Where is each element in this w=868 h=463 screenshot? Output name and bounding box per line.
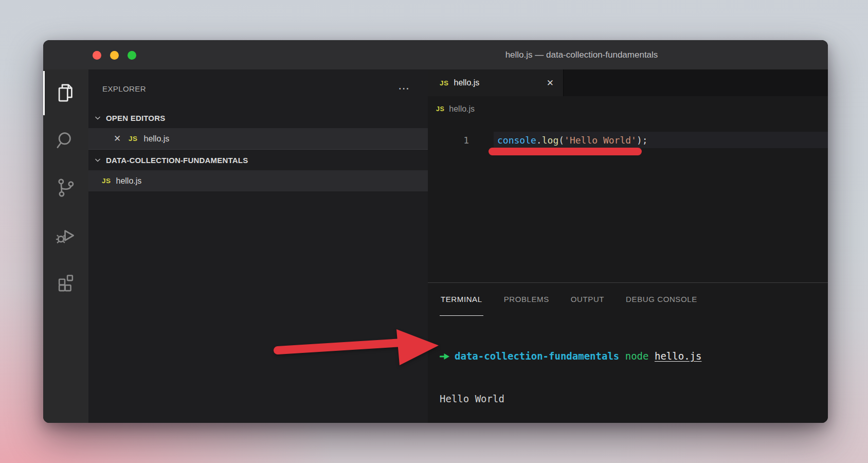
javascript-file-icon: JS xyxy=(102,177,111,185)
chevron-down-icon xyxy=(94,156,102,164)
panel-tab-terminal[interactable]: TERMINAL xyxy=(440,283,483,316)
open-editor-item-hello-js[interactable]: ✕ JS hello.js xyxy=(88,128,428,149)
tab-label: hello.js xyxy=(454,78,480,87)
command-text: node xyxy=(619,349,655,364)
terminal-content[interactable]: data-collection-fundamentals node hello.… xyxy=(428,316,828,423)
command-argument: hello.js xyxy=(655,349,702,364)
javascript-file-icon: JS xyxy=(440,79,449,87)
activity-bar xyxy=(43,69,88,423)
window-title: hello.js — data-collection-fundamentals xyxy=(505,50,658,60)
token-close: ); xyxy=(637,135,648,146)
files-icon xyxy=(55,82,77,104)
run-debug-icon xyxy=(55,224,77,246)
panel-tab-bar: TERMINAL PROBLEMS OUTPUT DEBUG CONSOLE xyxy=(428,283,828,316)
sidebar-item-extensions[interactable] xyxy=(43,259,88,306)
vscode-window: hello.js — data-collection-fundamentals xyxy=(43,40,828,423)
token-string: 'Hello World' xyxy=(564,135,637,146)
traffic-lights xyxy=(93,51,136,60)
explorer-sidebar: EXPLORER ⋯ OPEN EDITORS ✕ JS hello.js DA… xyxy=(88,69,428,423)
search-icon xyxy=(55,129,77,152)
tree-item-hello-js[interactable]: JS hello.js xyxy=(88,170,428,191)
close-editor-icon[interactable]: ✕ xyxy=(112,133,122,144)
sidebar-item-search[interactable] xyxy=(43,117,88,164)
zoom-window-button[interactable] xyxy=(128,51,136,60)
terminal-line-output: Hello World xyxy=(440,392,828,406)
sidebar-item-run-and-debug[interactable] xyxy=(43,211,88,259)
close-tab-icon[interactable]: ✕ xyxy=(547,78,554,88)
javascript-file-icon: JS xyxy=(129,135,138,143)
open-editors-header[interactable]: OPEN EDITORS xyxy=(88,108,428,128)
token-console: console xyxy=(497,135,536,146)
title-bar: hello.js — data-collection-fundamentals xyxy=(43,40,828,69)
minimize-window-button[interactable] xyxy=(110,51,119,60)
bottom-panel: TERMINAL PROBLEMS OUTPUT DEBUG CONSOLE d… xyxy=(428,282,828,423)
folder-section-header[interactable]: DATA-COLLECTION-FUNDAMENTALS xyxy=(88,150,428,170)
editor-tab-bar: JS hello.js ✕ xyxy=(428,69,828,96)
code-line-1: console.log('Hello World'); xyxy=(497,132,648,148)
breadcrumb[interactable]: JS hello.js xyxy=(428,96,828,122)
panel-tab-problems[interactable]: PROBLEMS xyxy=(503,283,550,316)
red-underline-annotation xyxy=(489,148,642,155)
open-editors-section: OPEN EDITORS ✕ JS hello.js xyxy=(88,108,428,150)
folder-section: DATA-COLLECTION-FUNDAMENTALS JS hello.js xyxy=(88,150,428,191)
tab-hello-js[interactable]: JS hello.js ✕ xyxy=(428,69,564,96)
line-number: 1 xyxy=(428,132,469,148)
code-editor[interactable]: 1 console.log('Hello World'); xyxy=(428,122,828,282)
token-open-paren: ( xyxy=(558,135,564,146)
breadcrumb-file-name: hello.js xyxy=(449,104,475,114)
javascript-file-icon: JS xyxy=(436,105,444,113)
panel-tab-output[interactable]: OUTPUT xyxy=(570,283,605,316)
extensions-icon xyxy=(55,271,77,294)
file-name: hello.js xyxy=(144,134,170,144)
sidebar-item-source-control[interactable] xyxy=(43,164,88,211)
views-and-more-actions-button[interactable]: ⋯ xyxy=(398,86,410,91)
active-view-indicator xyxy=(43,71,45,115)
file-name: hello.js xyxy=(116,176,142,186)
explorer-title: EXPLORER xyxy=(102,84,146,93)
panel-tab-debug-console[interactable]: DEBUG CONSOLE xyxy=(625,283,698,316)
prompt-arrow-icon xyxy=(440,353,450,360)
token-dot: . xyxy=(536,135,542,146)
chevron-down-icon xyxy=(94,114,102,122)
close-window-button[interactable] xyxy=(93,51,101,60)
prompt-directory: data-collection-fundamentals xyxy=(455,349,619,364)
editor-region: JS hello.js ✕ JS hello.js 1 console.log(… xyxy=(428,69,828,423)
output-text: Hello World xyxy=(440,392,504,406)
token-log: log xyxy=(542,135,559,146)
source-control-icon xyxy=(55,176,77,199)
sidebar-item-explorer[interactable] xyxy=(43,69,88,117)
terminal-line-command: data-collection-fundamentals node hello.… xyxy=(440,349,828,364)
